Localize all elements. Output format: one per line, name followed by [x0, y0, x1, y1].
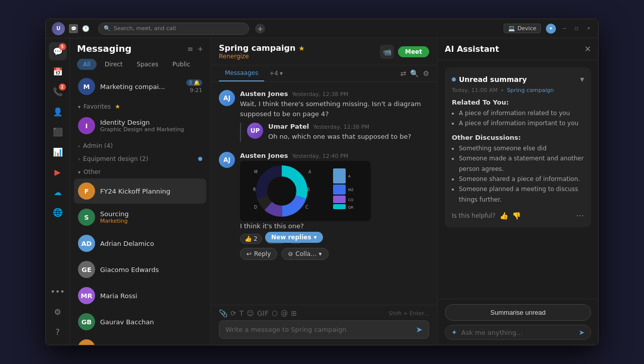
equipment-label: Equipment design (2) [83, 155, 148, 162]
video-button[interactable]: 📹 [380, 45, 394, 59]
new-replies-badge[interactable]: New replies ▾ [265, 232, 323, 243]
settings-chat-icon[interactable]: ⚙ [423, 69, 429, 77]
emoji-icon[interactable]: ☺ [247, 309, 254, 317]
favorites-header[interactable]: ▾ Favorites ★ [74, 100, 206, 113]
sidebar-add-icon[interactable]: + [197, 45, 203, 53]
gif-icon[interactable]: GIF [257, 309, 269, 317]
chat-spring[interactable]: S Spring campaign [74, 335, 206, 345]
nav-analytics[interactable]: 📊 [49, 143, 67, 161]
nav-contacts[interactable]: 👤 [49, 103, 67, 121]
close-button[interactable]: ✕ [585, 25, 592, 32]
admin-section[interactable]: › Admin (4) [74, 139, 206, 152]
apps-icon[interactable]: ⊞ [291, 309, 297, 317]
chat-marketing[interactable]: M Marketing compai... 8 🔔 9:21 [74, 74, 206, 99]
tab-spaces[interactable]: Spaces [131, 59, 165, 70]
summary-expand-icon[interactable]: ▾ [580, 74, 584, 84]
nav-salesforce[interactable]: ☁ [49, 183, 67, 201]
chat-sourcing[interactable]: S Sourcing Marketing [74, 205, 206, 230]
msg3-text: I think it's this one? [240, 221, 429, 231]
chat-title: Spring campaign [219, 43, 295, 53]
chat-gaurav[interactable]: GB Gaurav Bacchan [74, 309, 206, 334]
adrian-name: Adrian Delamico [100, 240, 202, 247]
format-icon[interactable]: T [239, 309, 244, 317]
favorites-chevron: ▾ [78, 104, 80, 110]
history-btn[interactable]: 🕐 [82, 25, 90, 32]
nav-settings[interactable]: ⚙ [49, 303, 67, 321]
maximize-button[interactable]: □ [573, 25, 580, 32]
sticker-icon[interactable]: ⬡ [272, 309, 278, 317]
message-input[interactable]: Write a message to Spring campaign ➤ [219, 320, 429, 339]
svg-text:CO: CO [348, 198, 354, 202]
share-icon[interactable]: ⇄ [400, 69, 407, 77]
attach-icon[interactable]: 📎 [219, 309, 227, 317]
meet-button[interactable]: Meet [398, 46, 429, 57]
reaction-thumbup[interactable]: 👍 2 [240, 234, 262, 244]
helpful-more[interactable]: ⋯ [576, 211, 584, 220]
nav-calendar[interactable]: 📅 [49, 62, 67, 80]
search-bar[interactable]: 🔍 Search, meet, and call [98, 23, 249, 35]
thumbdown-helpful[interactable]: 👎 [512, 212, 521, 220]
nav-chat[interactable]: 💬 5 [49, 42, 67, 60]
add-button[interactable]: + [255, 24, 265, 34]
search-chat-icon[interactable]: 🔍 [410, 69, 419, 77]
nav-phone[interactable]: 📞 2 [49, 82, 67, 101]
thumbup-emoji: 👍 [245, 235, 252, 242]
user-avatar[interactable]: U [52, 22, 65, 35]
reply-icon: ↩ [247, 250, 252, 257]
nav-apps[interactable]: ▶ [49, 163, 67, 181]
thumbup-helpful[interactable]: 👍 [500, 212, 508, 220]
summarise-button[interactable]: Summarise unread [445, 304, 591, 321]
nav-globe[interactable]: 🌐 [49, 203, 67, 221]
collapse-button[interactable]: ⊖ Colla... ▾ [281, 248, 328, 260]
message-1: AJ Austen Jones Yesterday, 12:38 PM Wait… [219, 90, 429, 146]
title-bar: U 💬 🕐 🔍 Search, meet, and call + 💻 Devic… [46, 19, 598, 38]
equipment-section[interactable]: › Equipment design (2) [74, 152, 206, 165]
input-toolbar: 📎 ⟳ T ☺ GIF ⬡ @ ⊞ Shift + Enter... [219, 309, 429, 317]
tab-messages[interactable]: Messaages [219, 65, 264, 81]
chat-maria[interactable]: MR Maria Rossi [74, 283, 206, 308]
search-placeholder: Search, meet, and call [114, 25, 176, 32]
svg-text:B: B [307, 188, 310, 192]
refresh-icon[interactable]: ⟳ [230, 309, 236, 317]
minimize-button[interactable]: — [561, 25, 568, 32]
tab-more[interactable]: +4 ▾ [265, 66, 287, 81]
device-button[interactable]: 💻 Device [504, 24, 541, 33]
maria-name: Maria Rossi [100, 292, 202, 300]
summary-link[interactable]: Spring campaign [507, 87, 554, 94]
ai-send-button[interactable]: ➤ [579, 328, 585, 336]
msg2-time: Yesterday, 12:38 PM [313, 124, 369, 130]
other-section[interactable]: ▾ Other [74, 165, 206, 178]
ai-input-placeholder: Ask me anything... [461, 329, 575, 336]
boards-nav-icon: ⬛ [53, 127, 63, 137]
thumbup-count: 2 [254, 235, 258, 242]
tab-all[interactable]: All [77, 59, 97, 70]
tab-direct[interactable]: Direct [99, 59, 129, 70]
mention-icon[interactable]: @ [281, 309, 288, 317]
chat-fy24[interactable]: F FY24 Kickoff Planning [74, 178, 206, 204]
sourcing-name: Sourcing [100, 210, 202, 218]
collapse-chevron: ▾ [319, 250, 322, 257]
sidebar-filter-icon[interactable]: ≡ [188, 45, 194, 53]
chat-adrian[interactable]: AD Adrian Delamico [74, 231, 206, 256]
spring-avatar: S [78, 339, 95, 345]
ai-footer: Summarise unread ✦ Ask me anything... ➤ [438, 299, 598, 345]
nav-boards[interactable]: ⬛ [49, 123, 67, 141]
nav-more[interactable]: ••• [49, 283, 67, 301]
nav-help[interactable]: ? [49, 323, 67, 341]
search-icon: 🔍 [104, 25, 111, 32]
copilot-icon[interactable]: ✦ [546, 24, 556, 34]
messages-area[interactable]: AJ Austen Jones Yesterday, 12:38 PM Wait… [211, 82, 437, 305]
ai-close-button[interactable]: ✕ [585, 44, 591, 54]
collapse-icon: ⊖ [288, 250, 293, 257]
send-button[interactable]: ➤ [416, 325, 423, 334]
collapse-label: Colla... [295, 250, 316, 257]
chat-subtitle: Renergize [219, 53, 375, 60]
chat-giacomo[interactable]: GE Giacomo Edwards [74, 257, 206, 282]
tab-public[interactable]: Public [167, 59, 197, 70]
ai-input-row[interactable]: ✦ Ask me anything... ➤ [445, 325, 591, 340]
chat-identity-design[interactable]: I Identity Design Graphic Design and Mar… [74, 113, 206, 138]
msg2-sender: Umar Patel [268, 123, 309, 130]
sidebar-tabs: All Direct Spaces Public [70, 59, 210, 74]
fy24-name: FY24 Kickoff Planning [100, 188, 202, 195]
reply-button[interactable]: ↩ Reply [240, 248, 277, 260]
